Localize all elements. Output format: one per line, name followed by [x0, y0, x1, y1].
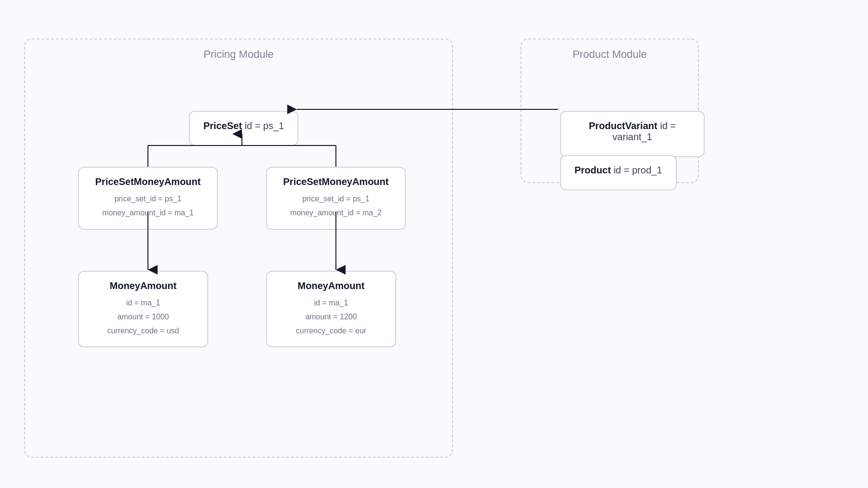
product-entity: Product id = prod_1 [560, 155, 677, 190]
product-module-box: Product Module ProductVariant id = varia… [521, 39, 699, 183]
ma-left-fields: id = ma_1 amount = 1000 currency_code = … [93, 296, 194, 338]
ma-left-entity: MoneyAmount id = ma_1 amount = 1000 curr… [78, 271, 208, 347]
product-variant-entity: ProductVariant id = variant_1 [560, 111, 705, 157]
pricing-module-box: Pricing Module PriceSet id = ps_1 PriceS… [24, 39, 453, 458]
psma-left-entity: PriceSetMoneyAmount price_set_id = ps_1 … [78, 167, 218, 230]
pricing-arrows-svg [25, 40, 452, 457]
ma-right-title: MoneyAmount [280, 280, 382, 291]
priceset-title: PriceSet id = ps_1 [203, 120, 284, 132]
psma-left-title: PriceSetMoneyAmount [93, 176, 203, 187]
ma-right-entity: MoneyAmount id = ma_1 amount = 1200 curr… [266, 271, 396, 347]
pricing-module-label: Pricing Module [203, 48, 274, 61]
priceset-entity: PriceSet id = ps_1 [189, 111, 298, 146]
canvas: Pricing Module PriceSet id = ps_1 PriceS… [10, 10, 858, 478]
ma-right-fields: id = ma_1 amount = 1200 currency_code = … [280, 296, 382, 338]
ma-left-title: MoneyAmount [93, 280, 194, 291]
product-module-label: Product Module [573, 48, 647, 61]
product-title: Product id = prod_1 [574, 165, 662, 176]
psma-right-fields: price_set_id = ps_1 money_amount_id = ma… [280, 192, 391, 220]
psma-left-fields: price_set_id = ps_1 money_amount_id = ma… [93, 192, 203, 220]
psma-right-title: PriceSetMoneyAmount [280, 176, 391, 187]
product-variant-title: ProductVariant id = variant_1 [574, 120, 690, 143]
psma-right-entity: PriceSetMoneyAmount price_set_id = ps_1 … [266, 167, 406, 230]
